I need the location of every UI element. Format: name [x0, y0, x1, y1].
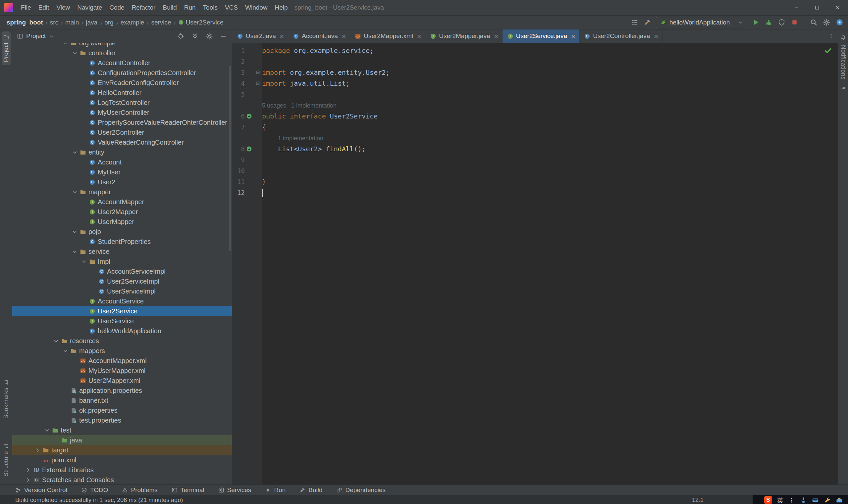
settings-icon[interactable] [205, 32, 214, 41]
sogou-input-icon[interactable]: S [764, 496, 772, 504]
tab-user2mapper-xml[interactable]: </>User2Mapper.xml× [350, 30, 425, 43]
tree-item-pojo[interactable]: pojo [12, 227, 232, 237]
menu-edit[interactable]: Edit [35, 0, 53, 15]
tree-item-accountserviceimpl[interactable]: CAccountServiceImpl [12, 266, 232, 276]
menu-navigate[interactable]: Navigate [73, 0, 106, 15]
breadcrumb-item-example[interactable]: example [119, 19, 146, 26]
close-tab-icon[interactable]: × [654, 33, 658, 40]
implemented-marker-icon[interactable] [245, 146, 254, 152]
tree-item-valuereaderconfigcontroller[interactable]: CValueReaderConfigController [12, 137, 232, 147]
tree-item-user2mapper-xml[interactable]: </>User2Mapper.xml [12, 376, 232, 385]
chevron-right-icon[interactable] [35, 447, 40, 453]
tree-item-user2[interactable]: CUser2 [12, 177, 232, 187]
menu-view[interactable]: View [53, 0, 73, 15]
tree-item-pom-xml[interactable]: mpom.xml [12, 455, 232, 465]
close-button[interactable] [828, 0, 848, 15]
tree-item-hellocontroller[interactable]: CHelloController [12, 88, 232, 97]
tree-item-user2mapper[interactable]: IUser2Mapper [12, 207, 232, 217]
run-icon[interactable] [751, 18, 760, 27]
collapse-all-icon[interactable] [190, 32, 200, 41]
close-tab-icon[interactable]: × [342, 33, 346, 40]
tab-user2-java[interactable]: CUser2.java× [232, 30, 288, 43]
tool-window-button-terminal[interactable]: Terminal [172, 486, 204, 494]
fold-marker-icon[interactable] [254, 70, 262, 74]
close-tab-icon[interactable]: × [417, 33, 421, 40]
tool-window-button-run[interactable]: Run [265, 486, 285, 494]
breadcrumb-item-org[interactable]: org [103, 19, 115, 26]
settings-icon[interactable] [822, 18, 831, 27]
tree-item-myusermapper-xml[interactable]: </>MyUserMapper.xml [12, 366, 232, 376]
coverage-icon[interactable] [777, 18, 786, 27]
breadcrumb-item-user2service[interactable]: IUser2Service [177, 19, 225, 26]
tree-item-org-example[interactable]: org.example [12, 43, 232, 48]
inlay-hint[interactable]: 5 usages 1 implementation [262, 102, 336, 109]
chevron-down-icon[interactable] [63, 348, 68, 354]
run-configuration-select[interactable]: helloWorldApplication [656, 17, 747, 28]
chevron-right-icon[interactable] [25, 467, 31, 473]
chevron-down-icon[interactable] [44, 428, 50, 433]
tree-item-test[interactable]: test [12, 425, 232, 435]
close-tab-icon[interactable]: × [494, 33, 498, 40]
stripe-label-notifications[interactable]: Notifications [840, 45, 847, 80]
project-panel-title[interactable]: Project [26, 32, 46, 40]
tree-item-usermapper[interactable]: IUserMapper [12, 217, 232, 227]
tree-scrollbar[interactable] [229, 66, 231, 251]
caret-position-widget[interactable]: 12:1 [692, 497, 704, 504]
menu-refactor[interactable]: Refactor [128, 0, 159, 15]
editor-body[interactable]: 1package org.example.service;23import or… [232, 43, 838, 485]
toolbox-icon[interactable] [836, 497, 843, 504]
tool-window-button-problems[interactable]: Problems [122, 486, 157, 494]
inspections-ok-icon[interactable] [824, 46, 832, 55]
tree-item-studentproperties[interactable]: CStudentProperties [12, 237, 232, 247]
maven-tool-icon[interactable]: m [841, 84, 846, 90]
tree-item-test-properties[interactable]: test.properties [12, 415, 232, 425]
mic-icon[interactable] [800, 497, 807, 504]
chevron-down-icon[interactable] [81, 259, 87, 265]
tab-user2mapper-java[interactable]: IUser2Mapper.java× [425, 30, 502, 43]
menu-file[interactable]: File [17, 0, 35, 15]
tree-item-ok-properties[interactable]: ok.properties [12, 406, 232, 415]
breadcrumb-item-main[interactable]: main [64, 19, 80, 26]
tree-item-helloworldapplication[interactable]: ChelloWorldApplication [12, 326, 232, 336]
tree-item-user2controller[interactable]: CUser2Controller [12, 127, 232, 137]
keyboard-icon[interactable] [812, 497, 819, 504]
tree-item-userserviceimpl[interactable]: CUserServiceImpl [12, 286, 232, 296]
menu-tools[interactable]: Tools [200, 0, 221, 15]
locate-icon[interactable] [176, 32, 185, 41]
tree-item-accountcontroller[interactable]: CAccountController [12, 58, 232, 68]
editor-code[interactable]: 1package org.example.service;23import or… [232, 43, 838, 198]
tree-item-java[interactable]: java [12, 435, 232, 445]
implemented-marker-icon[interactable] [245, 113, 254, 119]
file-structure-icon[interactable] [630, 18, 639, 27]
tree-item-accountmapper-xml[interactable]: </>AccountMapper.xml [12, 356, 232, 366]
tree-item-logtestcontroller[interactable]: CLogTestController [12, 97, 232, 108]
tab-user2controller-java[interactable]: CUser2Controller.java× [579, 30, 662, 43]
tree-item-mappers[interactable]: mappers [12, 346, 232, 356]
ime-mode-indicator[interactable]: 英 [777, 496, 783, 504]
tool-window-button-dependencies[interactable]: Dependencies [336, 486, 385, 494]
tree-item-scratches-and-consoles[interactable]: Scratches and Consoles [12, 475, 232, 485]
tool-window-button-project[interactable]: Project [2, 32, 11, 65]
chevron-down-icon[interactable] [49, 33, 54, 39]
tree-item-target[interactable]: target [12, 445, 232, 455]
tab-account-java[interactable]: CAccount.java× [288, 30, 350, 43]
menu-window[interactable]: Window [241, 0, 271, 15]
chevron-down-icon[interactable] [72, 249, 77, 254]
debug-icon[interactable] [764, 18, 773, 27]
menu-code[interactable]: Code [106, 0, 128, 15]
tool-window-button-version-control[interactable]: Version Control [15, 486, 67, 494]
tool-window-button-bookmarks[interactable]: Bookmarks [2, 377, 11, 422]
tree-item-configurationpropertiescontroller[interactable]: CConfigurationPropertiesController [12, 68, 232, 78]
search-icon[interactable] [809, 18, 818, 27]
breadcrumb-item-service[interactable]: service [150, 19, 172, 26]
hide-icon[interactable] [219, 32, 228, 41]
breadcrumb-item-java[interactable]: java [85, 19, 99, 26]
tree-item-controller[interactable]: controller [12, 48, 232, 58]
tree-item-account[interactable]: CAccount [12, 157, 232, 167]
tool-window-button-services[interactable]: Services [218, 486, 252, 494]
breadcrumb-item-src[interactable]: src [49, 19, 59, 26]
chevron-down-icon[interactable] [72, 149, 77, 155]
stop-icon[interactable] [790, 18, 799, 27]
close-tab-icon[interactable]: × [571, 33, 575, 40]
tree-item-banner-txt[interactable]: banner.txt [12, 395, 232, 406]
